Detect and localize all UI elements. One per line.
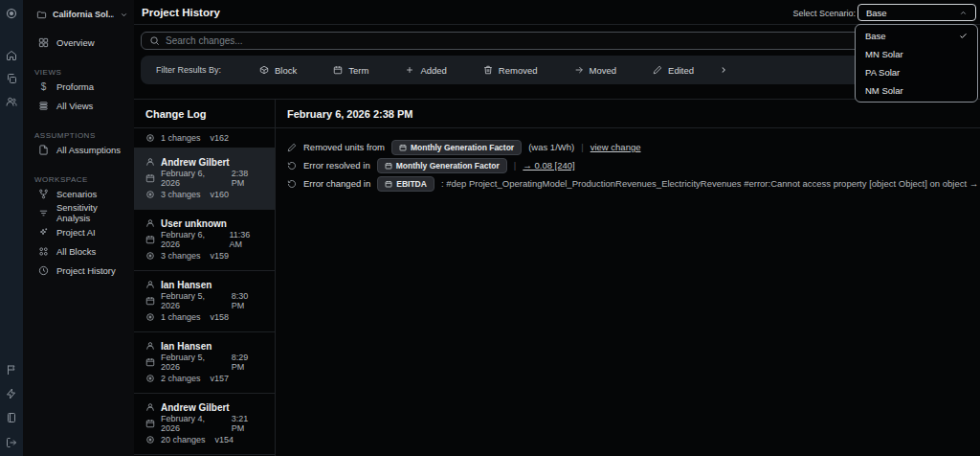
calendar-icon bbox=[145, 173, 155, 183]
filter-button-label: Removed bbox=[499, 65, 538, 76]
scenario-select[interactable]: Base bbox=[858, 4, 976, 21]
home-icon[interactable] bbox=[6, 50, 17, 61]
error-refresh-icon bbox=[287, 179, 297, 189]
content-area: Change Log 1 changes v162 Andrew Gilbert… bbox=[134, 99, 980, 456]
logout-icon[interactable] bbox=[6, 437, 17, 448]
project-selector[interactable]: California Sol... bbox=[23, 0, 134, 21]
block-badge[interactable]: Monthly Generation Factor bbox=[391, 140, 522, 155]
copy-icon[interactable] bbox=[6, 73, 17, 84]
sidebar-item-proforma[interactable]: $ Proforma bbox=[23, 77, 134, 96]
option-label: Base bbox=[865, 31, 886, 41]
chevron-right-icon[interactable] bbox=[719, 65, 728, 75]
error-detail-text: : #dep Project_OperatingModel_Production… bbox=[441, 178, 980, 189]
grid-icon bbox=[38, 37, 49, 48]
calendar-icon bbox=[385, 180, 392, 188]
changes-icon bbox=[145, 312, 155, 322]
change-log-entry-partial[interactable]: 1 changes v162 bbox=[134, 128, 275, 148]
entry-date: February 6, 2026 bbox=[161, 230, 223, 249]
flag-icon[interactable] bbox=[6, 364, 17, 376]
block-badge[interactable]: EBITDA bbox=[377, 176, 434, 192]
book-icon[interactable] bbox=[6, 412, 17, 423]
scenario-option-nm-solar[interactable]: NM Solar bbox=[856, 81, 977, 100]
change-row: Error changed in EBITDA : #dep Project_O… bbox=[287, 174, 980, 193]
error-refresh-icon bbox=[287, 161, 297, 171]
scenario-option-base[interactable]: Base bbox=[856, 27, 977, 45]
clock-icon bbox=[38, 265, 49, 276]
calendar-icon bbox=[399, 144, 407, 151]
entry-time: 8:30 PM bbox=[232, 291, 263, 310]
change-log-entry[interactable]: Andrew Gilbert February 4, 20263:21 PM 2… bbox=[134, 394, 275, 455]
filter-button-label: Edited bbox=[668, 65, 694, 76]
calendar-icon bbox=[145, 357, 155, 367]
changes-count: 3 changes bbox=[161, 190, 201, 199]
filter-button-block[interactable]: Block bbox=[246, 65, 310, 76]
search-input[interactable] bbox=[166, 35, 963, 46]
entry-time: 11:36 AM bbox=[229, 230, 263, 249]
filter-button-added[interactable]: Added bbox=[391, 65, 459, 76]
change-log-entry[interactable]: Ian Hansen February 5, 20268:30 PM 1 cha… bbox=[134, 271, 275, 332]
sidebar: California Sol... Overview VIEWS $ Profo… bbox=[23, 0, 134, 456]
dollar-icon: $ bbox=[38, 81, 49, 92]
version-label: v158 bbox=[211, 312, 230, 322]
version-label: v154 bbox=[215, 435, 234, 445]
change-log-entry[interactable]: Andrew Gilbert February 6, 20262:38 PM 3… bbox=[134, 148, 275, 210]
zap-icon[interactable] bbox=[6, 388, 17, 399]
change-log-entry[interactable]: Ian Hansen February 5, 20268:29 PM 2 cha… bbox=[134, 332, 275, 394]
filter-button-moved[interactable]: Moved bbox=[561, 65, 631, 76]
sidebar-item-project-history[interactable]: Project History bbox=[23, 261, 134, 280]
sidebar-item-all-assumptions[interactable]: All Assumptions bbox=[23, 140, 134, 159]
filter-button-edited[interactable]: Edited bbox=[639, 65, 707, 76]
scenario-option-pa-solar[interactable]: PA Solar bbox=[856, 63, 977, 81]
entry-date: February 4, 2026 bbox=[161, 414, 226, 433]
search-bar[interactable] bbox=[141, 32, 971, 50]
sidebar-item-all-blocks[interactable]: All Blocks bbox=[23, 241, 134, 261]
version-label: v162 bbox=[211, 133, 230, 143]
calendar-icon bbox=[145, 235, 155, 244]
changes-count: 1 changes bbox=[161, 312, 201, 322]
trash-icon bbox=[483, 65, 493, 75]
option-label: MN Solar bbox=[865, 49, 903, 59]
filter-button-label: Added bbox=[420, 65, 446, 76]
value-change-link[interactable]: → 0.08 [240] bbox=[523, 160, 574, 171]
change-row: Error resolved in Monthly Generation Fac… bbox=[287, 156, 980, 174]
view-change-link[interactable]: view change bbox=[590, 142, 641, 152]
sidebar-item-overview[interactable]: Overview bbox=[23, 33, 134, 52]
sidebar-item-scenarios[interactable]: Scenarios bbox=[23, 184, 134, 203]
scenario-option-mn-solar[interactable]: MN Solar bbox=[856, 45, 977, 63]
user-icon bbox=[145, 157, 155, 167]
divider: | bbox=[581, 142, 583, 152]
sidebar-item-sensitivity-analysis[interactable]: Sensitivity Analysis bbox=[23, 203, 134, 222]
sidebar-item-all-views[interactable]: All Views bbox=[23, 96, 134, 115]
sidebar-item-label: Sensitivity Analysis bbox=[56, 202, 128, 223]
sidebar-item-label: All Views bbox=[56, 101, 93, 111]
filter-button-term[interactable]: Term bbox=[320, 65, 382, 76]
changes-icon bbox=[145, 190, 155, 199]
users-icon[interactable] bbox=[6, 96, 17, 107]
block-badge[interactable]: Monthly Generation Factor bbox=[377, 158, 507, 173]
version-label: v157 bbox=[211, 374, 230, 383]
changes-count: 3 changes bbox=[161, 251, 201, 261]
section-assumptions: ASSUMPTIONS bbox=[23, 125, 134, 140]
chevron-down-icon[interactable] bbox=[120, 11, 128, 19]
entry-time: 3:21 PM bbox=[232, 414, 263, 433]
author-name: Andrew Gilbert bbox=[161, 157, 230, 168]
branch-icon bbox=[38, 189, 49, 199]
sidebar-item-label: Scenarios bbox=[56, 189, 97, 199]
change-log-panel: Change Log 1 changes v162 Andrew Gilbert… bbox=[134, 100, 276, 456]
version-label: v159 bbox=[211, 251, 230, 261]
sidebar-item-label: All Assumptions bbox=[56, 145, 121, 155]
entry-date: February 5, 2026 bbox=[161, 291, 226, 310]
change-log-title: Change Log bbox=[134, 100, 275, 128]
badge-label: EBITDA bbox=[396, 179, 427, 189]
changes-icon bbox=[145, 133, 155, 143]
file-icon bbox=[38, 145, 49, 155]
scenario-dropdown: Base MN Solar PA Solar NM Solar bbox=[855, 24, 978, 103]
change-log-entry[interactable]: User unknown February 6, 202611:36 AM 3 … bbox=[134, 210, 275, 271]
filter-icon bbox=[38, 208, 49, 218]
entry-time: 8:29 PM bbox=[232, 353, 263, 372]
sidebar-item-label: Project AI bbox=[56, 227, 96, 238]
filter-button-removed[interactable]: Removed bbox=[470, 65, 551, 76]
changes-count: 20 changes bbox=[161, 435, 206, 445]
section-workspace: WORKSPACE bbox=[23, 169, 134, 184]
sidebar-item-project-ai[interactable]: Project AI bbox=[23, 222, 134, 241]
